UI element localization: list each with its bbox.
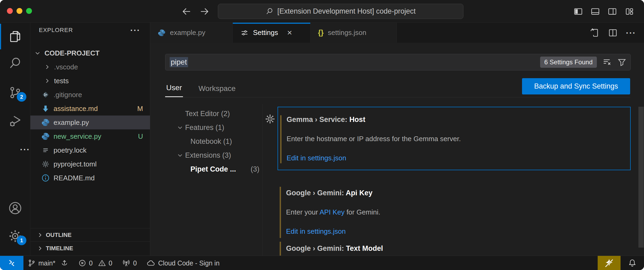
settings-search-value: pipet bbox=[170, 57, 188, 67]
tree-item-poetry-lock[interactable]: poetry.lock bbox=[30, 143, 150, 157]
edit-in-settings-json-link[interactable]: Edit in settings.json bbox=[286, 227, 625, 236]
info-file-icon bbox=[41, 174, 50, 182]
cloud-code-label: Cloud Code - Sign in bbox=[158, 259, 220, 267]
setting-gear-icon[interactable] bbox=[264, 113, 276, 125]
chevron-right-icon bbox=[44, 64, 51, 70]
ports-status[interactable]: 0 bbox=[122, 259, 137, 267]
modified-indicator bbox=[280, 242, 281, 256]
maximize-window-button[interactable] bbox=[26, 8, 32, 14]
scope-tab-user[interactable]: User bbox=[165, 84, 183, 97]
tab-settings-json[interactable]: {} settings.json bbox=[311, 23, 397, 43]
tab-label: Settings bbox=[253, 29, 278, 37]
ai-status-warning[interactable] bbox=[598, 256, 621, 270]
settings-search-input[interactable]: pipet 6 Settings Found bbox=[165, 54, 631, 70]
command-center-search[interactable]: [Extension Development Host] code-projec… bbox=[218, 4, 463, 19]
sidebar-item-search[interactable] bbox=[0, 50, 30, 77]
tab-label: example.py bbox=[170, 29, 205, 37]
api-key-link[interactable]: API Key bbox=[320, 208, 345, 216]
chevron-right-icon bbox=[44, 78, 51, 84]
git-branch-status[interactable]: main* bbox=[28, 259, 69, 267]
tree-item-assistance-md[interactable]: assistance.md M bbox=[30, 102, 150, 116]
back-arrow-icon[interactable] bbox=[181, 6, 192, 17]
settings-scrollbar[interactable] bbox=[638, 107, 644, 248]
cloud-code-signin[interactable]: Cloud Code - Sign in bbox=[146, 259, 220, 268]
setting-name: Text Model bbox=[346, 244, 383, 252]
cloud-icon bbox=[146, 259, 156, 268]
close-window-button[interactable] bbox=[7, 8, 13, 14]
toggle-secondary-sidebar-icon[interactable] bbox=[607, 6, 617, 17]
python-file-icon bbox=[41, 132, 50, 141]
vscode-window: [Extension Development Host] code-projec… bbox=[0, 0, 644, 270]
tab-bar: example.py Settings × {} settings.json bbox=[150, 23, 644, 43]
error-icon bbox=[78, 259, 86, 267]
toggle-panel-icon[interactable] bbox=[590, 6, 600, 17]
timeline-section-header[interactable]: TIMELINE bbox=[30, 241, 150, 255]
manage-settings-button[interactable]: 1 bbox=[0, 223, 30, 249]
explorer-files-icon bbox=[9, 30, 22, 43]
setting-entry-gemma-service-host[interactable]: Gemma › Service: Host Enter the hostname… bbox=[278, 107, 631, 170]
split-editor-icon[interactable] bbox=[608, 28, 618, 38]
problems-status[interactable]: 0 0 bbox=[78, 259, 112, 267]
setting-entry-google-gemini-text-model[interactable]: Google › Gemini: Text Model bbox=[278, 241, 631, 256]
more-views-icon: ··· bbox=[20, 147, 30, 152]
toc-item-pipet-code[interactable]: Pipet Code ... (3) bbox=[165, 162, 262, 176]
toc-item-notebook[interactable]: Notebook (1) bbox=[165, 134, 262, 148]
chevron-down-icon bbox=[175, 152, 185, 158]
root-folder-label: CODE-PROJECT bbox=[44, 49, 100, 57]
settings-sliders-icon bbox=[240, 29, 249, 37]
error-count: 0 bbox=[89, 259, 93, 267]
editor-area: example.py Settings × {} settings.json bbox=[150, 23, 644, 256]
tree-item-pyproject-toml[interactable]: pyproject.toml bbox=[30, 157, 150, 171]
accounts-button[interactable] bbox=[0, 195, 30, 221]
close-tab-icon[interactable]: × bbox=[287, 28, 292, 38]
tab-example-py[interactable]: example.py bbox=[150, 23, 233, 43]
explorer-more-actions-icon[interactable]: ··· bbox=[130, 27, 140, 33]
python-file-icon bbox=[158, 29, 166, 37]
scope-tab-workspace[interactable]: Workspace bbox=[197, 84, 237, 97]
status-bar: main* 0 0 0 bbox=[0, 256, 644, 270]
remote-indicator[interactable] bbox=[0, 256, 23, 270]
outline-section-header[interactable]: OUTLINE bbox=[30, 228, 150, 241]
activity-bar: 2 ··· 1 bbox=[0, 23, 30, 256]
tab-settings[interactable]: Settings × bbox=[233, 23, 311, 43]
tree-item-vscode[interactable]: .vscode bbox=[30, 60, 150, 74]
account-icon bbox=[8, 201, 22, 215]
toggle-primary-sidebar-icon[interactable] bbox=[573, 6, 583, 17]
edit-in-settings-json-link[interactable]: Edit in settings.json bbox=[287, 154, 625, 162]
setting-entry-google-gemini-api-key[interactable]: Google › Gemini: Api Key Enter your API … bbox=[278, 184, 631, 241]
toc-item-features[interactable]: Features (1) bbox=[165, 121, 262, 134]
tree-item-gitignore[interactable]: .gitignore bbox=[30, 88, 150, 102]
notifications-bell[interactable] bbox=[621, 256, 644, 270]
sidebar-item-run-debug[interactable] bbox=[0, 108, 30, 134]
forward-arrow-icon[interactable] bbox=[199, 6, 210, 17]
clear-search-filters-icon[interactable] bbox=[602, 57, 612, 67]
tree-item-new-service-py[interactable]: new_service.py U bbox=[30, 129, 150, 143]
toc-item-extensions[interactable]: Extensions (3) bbox=[165, 148, 262, 162]
sidebar-item-more-views[interactable]: ··· bbox=[0, 136, 30, 163]
editor-more-actions-icon[interactable]: ··· bbox=[626, 30, 636, 35]
tree-root-code-project[interactable]: CODE-PROJECT bbox=[30, 46, 150, 60]
results-count-badge: 6 Settings Found bbox=[540, 57, 597, 68]
tree-item-tests[interactable]: tests bbox=[30, 74, 150, 88]
git-modified-badge: M bbox=[137, 105, 143, 113]
file-tree: CODE-PROJECT .vscode tests .gitignore bbox=[30, 46, 150, 185]
minimize-window-button[interactable] bbox=[17, 8, 22, 14]
warning-icon bbox=[98, 259, 106, 267]
filter-icon[interactable] bbox=[617, 57, 627, 67]
sidebar-item-source-control[interactable]: 2 bbox=[0, 79, 30, 106]
config-gear-file-icon bbox=[41, 160, 50, 168]
open-settings-json-icon[interactable] bbox=[590, 28, 600, 38]
python-file-icon bbox=[41, 118, 50, 127]
customize-layout-icon[interactable] bbox=[624, 6, 634, 17]
traffic-lights bbox=[7, 8, 32, 14]
source-control-badge: 2 bbox=[17, 92, 26, 102]
settings-editor: pipet 6 Settings Found User Workspace Ba… bbox=[150, 43, 644, 256]
setting-name: Api Key bbox=[346, 189, 373, 197]
backup-sync-settings-button[interactable]: Backup and Sync Settings bbox=[522, 78, 630, 94]
tree-item-readme-md[interactable]: README.md bbox=[30, 171, 150, 185]
chevron-right-icon bbox=[37, 232, 43, 238]
setting-category: Google › Gemini: bbox=[286, 244, 346, 252]
tree-item-example-py[interactable]: example.py bbox=[30, 116, 150, 129]
sidebar-item-explorer[interactable] bbox=[0, 23, 30, 50]
toc-item-text-editor[interactable]: Text Editor (2) bbox=[165, 107, 262, 121]
